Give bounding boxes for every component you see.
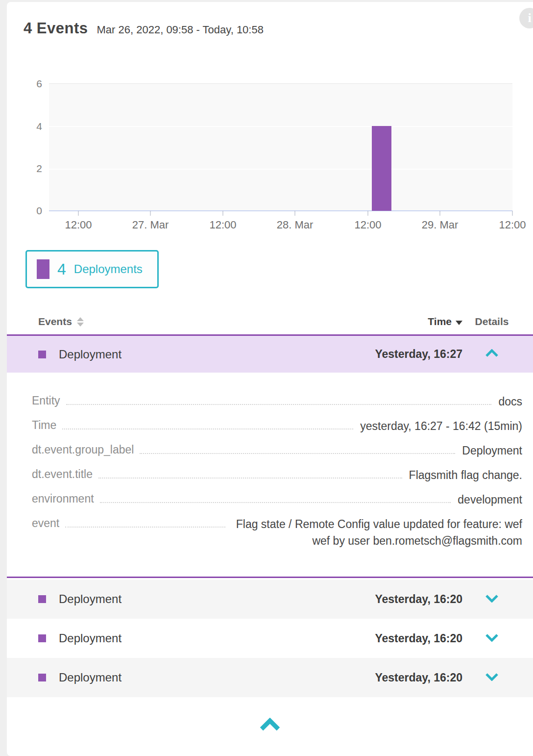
x-tick-label: 12:00 <box>354 219 381 231</box>
x-tick-label: 28. Mar <box>277 219 314 231</box>
event-name: Deployment <box>59 631 355 645</box>
legend-deployments-toggle[interactable]: 4 Deployments <box>25 250 159 288</box>
x-tick <box>295 211 295 216</box>
deployment-marker-icon <box>38 595 46 603</box>
chevron-down-icon <box>485 673 499 681</box>
time-header-label: Time <box>428 316 452 327</box>
x-tick-label: 29. Mar <box>422 219 459 231</box>
deployment-marker-icon <box>38 351 46 358</box>
detail-value: yesterday, 16:27 - 16:42 (15min) <box>360 418 522 434</box>
x-tick <box>78 211 79 216</box>
chevron-down-icon <box>485 633 499 642</box>
detail-row: dt.event.title Flagsmith flag change. <box>32 467 522 483</box>
events-histogram: 6 4 2 0 12:00 27. Mar 12:00 28. Mar 12:0… <box>7 80 533 237</box>
info-icon[interactable]: i <box>519 8 533 28</box>
page-title: 4 Events <box>24 20 88 37</box>
event-details-panel: Entity docs Time yesterday, 16:27 - 16:4… <box>7 373 533 578</box>
event-row[interactable]: Deployment Yesterday, 16:20 <box>7 658 533 697</box>
expand-row-button[interactable] <box>462 594 521 605</box>
legend-count: 4 <box>57 260 66 278</box>
dotted-leader <box>65 516 225 528</box>
x-tick <box>512 211 513 216</box>
chevron-up-icon <box>485 349 499 357</box>
detail-label: event <box>32 516 59 530</box>
table-header: Events Time Details <box>7 309 533 334</box>
detail-row: dt.event.group_label Deployment <box>32 442 522 459</box>
column-header-details: Details <box>462 316 521 328</box>
detail-label: dt.event.title <box>32 467 93 481</box>
x-tick-label: 27. Mar <box>132 219 169 231</box>
x-tick <box>368 211 368 216</box>
detail-row: event Flag state / Remote Config value u… <box>32 516 522 549</box>
detail-value: Flag state / Remote Config value updated… <box>232 516 522 549</box>
chart-plot-area <box>49 83 512 211</box>
panel-header: 4 Events Mar 26, 2022, 09:58 - Today, 10… <box>24 20 513 37</box>
timeframe-label: Mar 26, 2022, 09:58 - Today, 10:58 <box>97 24 264 36</box>
dotted-leader <box>140 442 455 454</box>
detail-value: Deployment <box>462 442 522 459</box>
x-tick-label: 12:00 <box>65 219 92 231</box>
collapse-panel-button[interactable] <box>7 710 533 739</box>
collapse-row-button[interactable] <box>462 349 521 359</box>
y-tick-label: 4 <box>8 121 42 132</box>
detail-label: Entity <box>32 393 60 408</box>
gridline-4 <box>49 126 512 127</box>
events-panel: 4 Events Mar 26, 2022, 09:58 - Today, 10… <box>7 2 533 756</box>
detail-row: Entity docs <box>32 393 522 410</box>
event-time: Yesterday, 16:20 <box>355 671 462 684</box>
expand-row-button[interactable] <box>462 633 521 644</box>
column-header-events[interactable]: Events <box>38 316 355 328</box>
legend-label: Deployments <box>74 262 143 276</box>
y-tick-label: 2 <box>8 163 42 175</box>
y-tick-label: 6 <box>8 78 42 90</box>
x-tick <box>440 211 440 216</box>
detail-label: Time <box>32 418 56 432</box>
detail-value: docs <box>498 393 522 410</box>
x-tick-label: 12:00 <box>499 219 526 231</box>
event-time: Yesterday, 16:27 <box>355 348 462 361</box>
dotted-leader <box>100 491 451 503</box>
event-name: Deployment <box>59 671 355 684</box>
event-time: Yesterday, 16:20 <box>355 632 462 645</box>
events-header-label: Events <box>38 316 72 328</box>
detail-row: Time yesterday, 16:27 - 16:42 (15min) <box>32 418 522 434</box>
chevron-down-icon <box>485 594 499 603</box>
detail-row: environment development <box>32 491 522 508</box>
detail-value: Flagsmith flag change. <box>409 467 522 483</box>
chart-bar[interactable] <box>372 126 391 211</box>
detail-label: dt.event.group_label <box>32 442 134 457</box>
event-time: Yesterday, 16:20 <box>355 593 462 606</box>
deployment-swatch-icon <box>37 259 49 279</box>
expand-row-button[interactable] <box>462 673 521 683</box>
sort-desc-icon <box>456 321 462 325</box>
y-tick-label: 0 <box>8 205 42 217</box>
detail-value: development <box>458 491 522 508</box>
x-axis-line <box>49 210 512 211</box>
dotted-leader <box>98 467 402 479</box>
column-header-time[interactable]: Time <box>355 316 462 328</box>
x-tick <box>223 211 223 216</box>
chevron-up-icon <box>259 718 281 731</box>
x-tick-label: 12:00 <box>209 219 236 231</box>
event-row[interactable]: Deployment Yesterday, 16:20 <box>7 619 533 658</box>
event-name: Deployment <box>59 348 355 361</box>
deployment-marker-icon <box>38 674 46 681</box>
event-name: Deployment <box>59 592 355 606</box>
gridline-2 <box>49 169 512 170</box>
event-row-expanded[interactable]: Deployment Yesterday, 16:27 <box>7 334 533 373</box>
deployment-marker-icon <box>38 634 46 642</box>
dotted-leader <box>66 393 492 405</box>
detail-label: environment <box>32 491 94 506</box>
dotted-leader <box>62 418 353 429</box>
x-tick <box>150 211 151 216</box>
event-row[interactable]: Deployment Yesterday, 16:20 <box>7 580 533 619</box>
sort-both-icon <box>77 317 84 327</box>
